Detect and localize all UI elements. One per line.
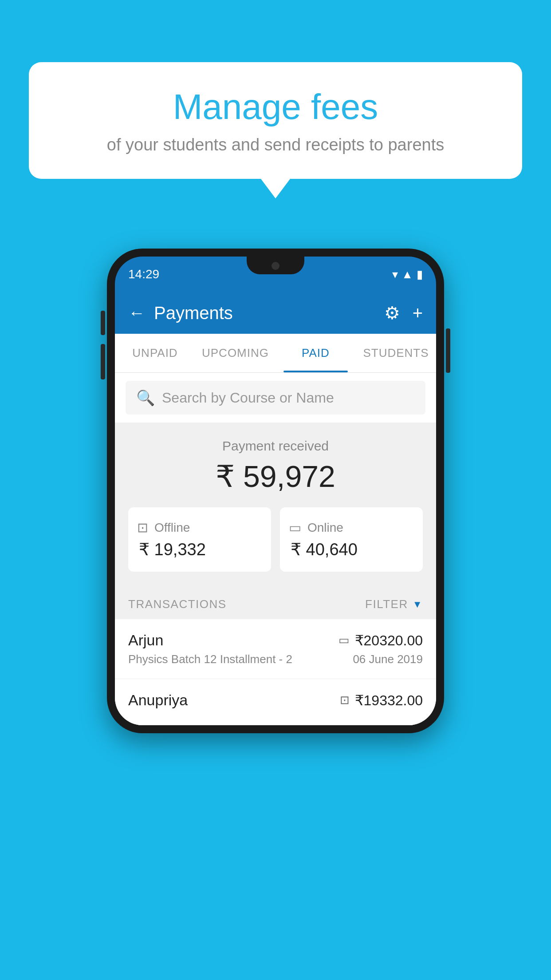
phone-screen: ← Payments ⚙ + UNPAID UPCOMING PAID	[115, 292, 436, 725]
payment-received-label: Payment received	[128, 439, 423, 454]
filter-section[interactable]: FILTER ▼	[365, 597, 423, 611]
search-bar[interactable]: 🔍 Search by Course or Name	[126, 381, 425, 415]
app-bar-title: Payments	[154, 303, 233, 323]
filter-icon: ▼	[413, 599, 423, 610]
transaction-bottom: Physics Batch 12 Installment - 2 06 June…	[128, 652, 423, 666]
tab-unpaid[interactable]: UNPAID	[115, 334, 195, 372]
status-icons: ▾ ▲ ▮	[392, 268, 423, 281]
online-transaction-icon: ▭	[338, 633, 350, 647]
volume-up-button	[101, 311, 105, 335]
app-bar: ← Payments ⚙ +	[115, 292, 436, 334]
app-bar-left: ← Payments	[128, 303, 233, 323]
search-container: 🔍 Search by Course or Name	[115, 373, 436, 423]
speech-bubble-title: Manage fees	[55, 87, 496, 127]
offline-label: Offline	[154, 521, 190, 535]
transaction-date: 06 June 2019	[353, 652, 423, 666]
speech-bubble-box: Manage fees of your students and send re…	[29, 62, 522, 179]
offline-amount: ₹ 19,332	[137, 540, 262, 559]
payment-total-amount: ₹ 59,972	[128, 459, 423, 494]
status-time: 14:29	[128, 267, 159, 281]
app-bar-right: ⚙ +	[384, 303, 423, 323]
add-icon[interactable]: +	[413, 303, 423, 323]
transactions-label: TRANSACTIONS	[128, 597, 227, 611]
transaction-top: Arjun ▭ ₹20320.00	[128, 632, 423, 649]
transaction-amount: ₹19332.00	[355, 692, 423, 709]
offline-transaction-icon: ⊡	[340, 693, 350, 707]
signal-icon: ▲	[401, 268, 413, 281]
speech-bubble: Manage fees of your students and send re…	[29, 62, 522, 179]
online-payment-card: ▭ Online ₹ 40,640	[280, 507, 423, 572]
transaction-amount-section: ▭ ₹20320.00	[338, 632, 423, 649]
power-button	[446, 328, 450, 373]
online-amount: ₹ 40,640	[289, 540, 414, 559]
back-button[interactable]: ←	[128, 304, 145, 323]
online-label: Online	[307, 521, 343, 535]
student-name: Anupriya	[128, 692, 188, 709]
payment-cards: ⊡ Offline ₹ 19,332 ▭ Online ₹ 40,640	[128, 507, 423, 572]
offline-payment-icon: ⊡	[137, 520, 148, 535]
tab-paid[interactable]: PAID	[276, 334, 356, 372]
course-info: Physics Batch 12 Installment - 2	[128, 652, 292, 666]
tab-students[interactable]: STUDENTS	[356, 334, 436, 372]
transaction-top: Anupriya ⊡ ₹19332.00	[128, 692, 423, 709]
search-icon: 🔍	[136, 389, 155, 407]
transaction-amount: ₹20320.00	[355, 632, 423, 649]
offline-card-header: ⊡ Offline	[137, 520, 262, 535]
online-card-header: ▭ Online	[289, 520, 414, 535]
payment-summary: Payment received ₹ 59,972 ⊡ Offline ₹ 19…	[115, 423, 436, 585]
phone: 14:29 ▾ ▲ ▮ ← Payments ⚙ +	[107, 249, 444, 733]
volume-down-button	[101, 344, 105, 379]
battery-icon: ▮	[417, 268, 423, 281]
table-row[interactable]: Arjun ▭ ₹20320.00 Physics Batch 12 Insta…	[115, 619, 436, 679]
camera-dot	[272, 262, 279, 270]
search-input[interactable]: Search by Course or Name	[162, 390, 334, 406]
transactions-header: TRANSACTIONS FILTER ▼	[115, 585, 436, 619]
tab-upcoming[interactable]: UPCOMING	[195, 334, 276, 372]
online-payment-icon: ▭	[289, 520, 301, 535]
settings-icon[interactable]: ⚙	[384, 303, 400, 323]
wifi-icon: ▾	[392, 268, 398, 281]
transaction-list: Arjun ▭ ₹20320.00 Physics Batch 12 Insta…	[115, 619, 436, 725]
table-row[interactable]: Anupriya ⊡ ₹19332.00	[115, 679, 436, 725]
phone-body: 14:29 ▾ ▲ ▮ ← Payments ⚙ +	[107, 249, 444, 733]
transaction-amount-section: ⊡ ₹19332.00	[340, 692, 423, 709]
phone-notch	[247, 257, 304, 274]
status-bar: 14:29 ▾ ▲ ▮	[115, 257, 436, 292]
offline-payment-card: ⊡ Offline ₹ 19,332	[128, 507, 271, 572]
tab-bar: UNPAID UPCOMING PAID STUDENTS	[115, 334, 436, 373]
speech-bubble-subtitle: of your students and send receipts to pa…	[55, 135, 496, 154]
student-name: Arjun	[128, 632, 163, 649]
filter-label: FILTER	[365, 597, 408, 611]
